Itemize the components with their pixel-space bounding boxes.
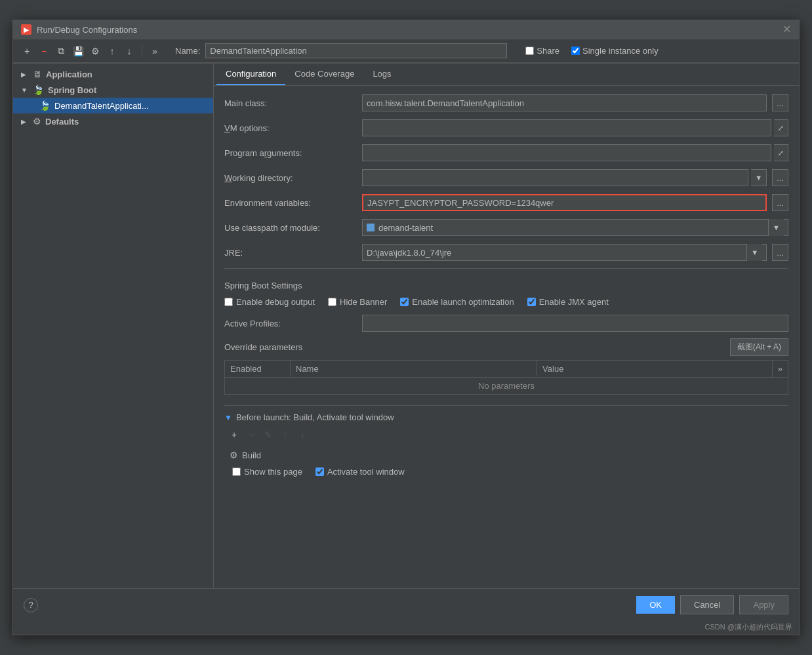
- activate-window-checkbox[interactable]: [315, 467, 324, 476]
- sidebar-demand-talent-label: DemandTalentApplicati...: [54, 101, 149, 111]
- classpath-value: demand-talent: [378, 223, 768, 233]
- show-page-checkbox-group[interactable]: Show this page: [232, 467, 302, 477]
- move-up-button[interactable]: ↑: [105, 44, 119, 58]
- classpath-dropdown-button[interactable]: ▼: [768, 219, 784, 236]
- env-vars-browse-button[interactable]: ...: [772, 194, 788, 211]
- hide-banner-checkbox[interactable]: [328, 298, 336, 306]
- single-instance-group: Single instance only: [571, 46, 659, 56]
- settings-button[interactable]: ⚙: [88, 44, 102, 58]
- toolbar: + − ⧉ 💾 ⚙ ↑ ↓ »: [13, 40, 169, 63]
- defaults-icon: ⚙: [33, 116, 41, 127]
- working-dir-label: Working directory:: [224, 173, 362, 183]
- app-icon: ▶: [21, 24, 31, 35]
- sidebar-item-application[interactable]: 🖥 Application: [13, 66, 213, 82]
- before-launch-label: Before launch: Build, Activate tool wind…: [236, 412, 394, 422]
- build-icon: ⚙: [230, 450, 238, 460]
- main-class-browse-button[interactable]: ...: [772, 94, 788, 111]
- close-button[interactable]: ✕: [782, 25, 791, 34]
- override-header: Override parameters 截图(Alt + A): [224, 338, 788, 356]
- program-args-input[interactable]: [362, 144, 771, 161]
- name-label: Name:: [175, 46, 200, 56]
- enable-debug-checkbox-group[interactable]: Enable debug output: [224, 297, 315, 307]
- before-launch-toolbar: + − ✎ ↑ ↓: [227, 427, 788, 442]
- env-vars-input[interactable]: [362, 194, 767, 211]
- screenshot-button[interactable]: 截图(Alt + A): [730, 338, 788, 356]
- before-launch-arrow[interactable]: ▼: [224, 413, 232, 422]
- share-checkbox-group: Share: [525, 46, 559, 56]
- sidebar-item-springboot[interactable]: 🍃 Spring Boot: [13, 82, 213, 98]
- sidebar-item-demand-talent[interactable]: 🍃 DemandTalentApplicati...: [13, 98, 213, 113]
- override-label: Override parameters: [224, 342, 302, 352]
- col-name: Name: [291, 361, 537, 378]
- before-launch-add-button[interactable]: +: [227, 427, 241, 442]
- sidebar-application-label: Application: [46, 69, 92, 79]
- active-profiles-input[interactable]: [362, 315, 788, 332]
- watermark: CSDN @满小超的代码世界: [13, 621, 799, 635]
- name-row: Name: Share Single instance only: [169, 39, 799, 63]
- before-launch-up-button[interactable]: ↑: [278, 427, 293, 442]
- working-dir-browse-button[interactable]: ...: [772, 169, 788, 186]
- tab-code-coverage[interactable]: Code Coverage: [285, 64, 363, 85]
- main-class-input[interactable]: [362, 94, 767, 111]
- program-args-row: Program arguments: ⤢: [224, 144, 788, 162]
- activate-window-checkbox-group[interactable]: Activate tool window: [315, 467, 405, 477]
- single-instance-label: Single instance only: [582, 46, 659, 56]
- active-profiles-row: Active Profiles:: [224, 315, 788, 332]
- activate-window-label: Activate tool window: [327, 467, 405, 477]
- share-label: Share: [537, 46, 559, 56]
- save-config-button[interactable]: 💾: [71, 44, 85, 58]
- ok-button[interactable]: OK: [636, 596, 675, 614]
- enable-jmx-checkbox-group[interactable]: Enable JMX agent: [527, 297, 609, 307]
- show-page-checkbox[interactable]: [232, 467, 241, 476]
- show-page-row: Show this page Activate tool window: [227, 463, 788, 481]
- main-class-label: Main class:: [224, 98, 362, 108]
- vm-options-input[interactable]: [362, 119, 771, 136]
- apply-button[interactable]: Apply: [739, 595, 788, 614]
- name-input[interactable]: [205, 43, 507, 58]
- hide-banner-label: Hide Banner: [340, 297, 387, 307]
- before-launch-remove-button[interactable]: −: [244, 427, 258, 442]
- before-launch-down-button[interactable]: ↓: [295, 427, 310, 442]
- copy-config-button[interactable]: ⧉: [54, 44, 68, 58]
- footer: ? OK Cancel Apply: [13, 588, 799, 621]
- springboot-icon: 🍃: [33, 85, 44, 95]
- main-class-row: Main class: ...: [224, 94, 788, 112]
- working-dir-input[interactable]: [362, 169, 748, 186]
- move-down-button[interactable]: ↓: [122, 44, 136, 58]
- before-launch-edit-button[interactable]: ✎: [261, 427, 275, 442]
- enable-debug-checkbox[interactable]: [224, 298, 233, 306]
- sidebar-item-defaults[interactable]: ⚙ Defaults: [13, 113, 213, 129]
- classpath-label: Use classpath of module:: [224, 223, 362, 233]
- before-launch-section: ▼ Before launch: Build, Activate tool wi…: [224, 405, 788, 481]
- enable-launch-checkbox[interactable]: [400, 298, 409, 306]
- program-args-label: Program arguments:: [224, 148, 362, 158]
- tab-logs[interactable]: Logs: [363, 64, 400, 85]
- program-args-expand-button[interactable]: ⤢: [774, 144, 788, 161]
- working-dir-dropdown-button[interactable]: ▼: [751, 169, 767, 186]
- cancel-button[interactable]: Cancel: [680, 595, 734, 614]
- vm-options-label: VM options:: [224, 123, 362, 133]
- hide-banner-checkbox-group[interactable]: Hide Banner: [328, 297, 387, 307]
- remove-config-button[interactable]: −: [37, 44, 51, 58]
- vm-options-expand-button[interactable]: ⤢: [774, 119, 788, 136]
- working-dir-row: Working directory: ▼ ...: [224, 169, 788, 187]
- build-item: ⚙ Build: [224, 447, 788, 463]
- demand-talent-icon: 🍃: [39, 100, 51, 111]
- enable-jmx-label: Enable JMX agent: [539, 297, 609, 307]
- active-profiles-label: Active Profiles:: [224, 319, 362, 328]
- help-button[interactable]: ?: [24, 598, 38, 612]
- tab-configuration[interactable]: Configuration: [216, 64, 285, 85]
- col-value: Value: [537, 361, 773, 378]
- more-button[interactable]: »: [148, 44, 162, 58]
- enable-jmx-checkbox[interactable]: [527, 298, 536, 306]
- single-instance-checkbox[interactable]: [571, 47, 580, 55]
- spring-boot-settings-title: Spring Boot Settings: [224, 281, 788, 290]
- vm-options-row: VM options: ⤢: [224, 119, 788, 137]
- add-config-button[interactable]: +: [20, 44, 34, 58]
- share-checkbox[interactable]: [525, 47, 534, 55]
- arrow-icon: [21, 71, 30, 78]
- jre-dropdown-button[interactable]: ▼: [746, 244, 762, 261]
- jre-browse-button[interactable]: ...: [772, 244, 788, 261]
- no-params-label: No parameters: [225, 378, 788, 395]
- enable-launch-checkbox-group[interactable]: Enable launch optimization: [400, 297, 514, 307]
